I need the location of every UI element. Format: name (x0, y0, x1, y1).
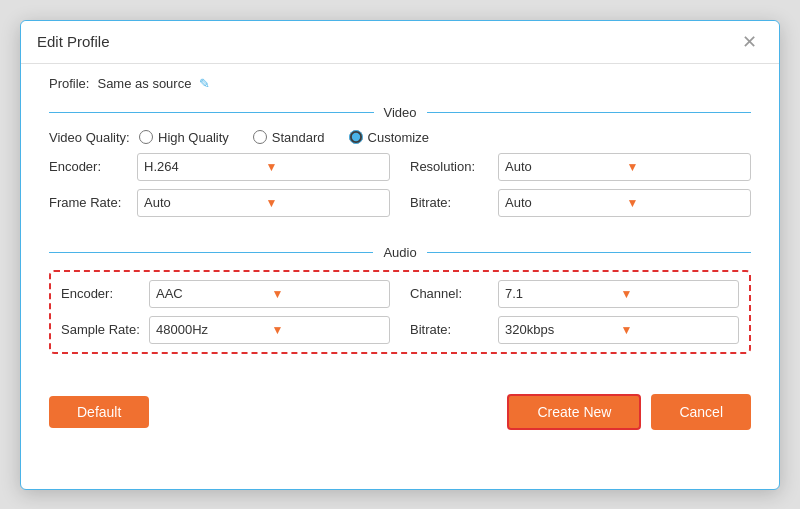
audio-encoder-label: Encoder: (61, 286, 141, 301)
audio-bitrate-value: 320kbps (505, 322, 617, 337)
customize-radio[interactable] (349, 130, 363, 144)
sample-rate-arrow-icon: ▼ (272, 323, 384, 337)
edit-profile-dialog: Edit Profile ✕ Profile: Same as source ✎… (20, 20, 780, 490)
audio-bitrate-label: Bitrate: (410, 322, 490, 337)
audio-bitrate-select[interactable]: 320kbps ▼ (498, 316, 739, 344)
dialog-body: Profile: Same as source ✎ Video Video Qu… (21, 64, 779, 386)
video-bitrate-select[interactable]: Auto ▼ (498, 189, 751, 217)
frame-rate-arrow-icon: ▼ (266, 196, 384, 210)
sample-rate-value: 48000Hz (156, 322, 268, 337)
audio-encoder-select[interactable]: AAC ▼ (149, 280, 390, 308)
video-section-line-left (49, 112, 374, 113)
high-quality-radio[interactable] (139, 130, 153, 144)
dialog-title: Edit Profile (37, 33, 110, 50)
audio-bitrate-arrow-icon: ▼ (621, 323, 733, 337)
title-bar: Edit Profile ✕ (21, 21, 779, 64)
profile-row: Profile: Same as source ✎ (49, 76, 751, 91)
high-quality-label: High Quality (158, 130, 229, 145)
cancel-button[interactable]: Cancel (651, 394, 751, 430)
sample-rate-label: Sample Rate: (61, 322, 141, 337)
frame-rate-label: Frame Rate: (49, 195, 129, 210)
channel-value: 7.1 (505, 286, 617, 301)
audio-encoder-arrow-icon: ▼ (272, 287, 384, 301)
audio-section-outer: Audio Encoder: AAC ▼ Channel: (49, 245, 751, 354)
encoder-arrow-icon: ▼ (266, 160, 384, 174)
resolution-arrow-icon: ▼ (627, 160, 745, 174)
audio-section-header: Audio (49, 245, 751, 260)
encoder-row: Encoder: H.264 ▼ (49, 153, 390, 181)
audio-section-line-right (427, 252, 751, 253)
frame-rate-value: Auto (144, 195, 262, 210)
video-bitrate-value: Auto (505, 195, 623, 210)
sample-rate-row: Sample Rate: 48000Hz ▼ (61, 316, 390, 344)
footer-right: Create New Cancel (507, 394, 751, 430)
channel-select[interactable]: 7.1 ▼ (498, 280, 739, 308)
standard-label: Standard (272, 130, 325, 145)
video-bitrate-label: Bitrate: (410, 195, 490, 210)
video-section-line-right (427, 112, 752, 113)
audio-encoder-value: AAC (156, 286, 268, 301)
profile-value: Same as source (97, 76, 191, 91)
high-quality-option[interactable]: High Quality (139, 130, 229, 145)
footer: Default Create New Cancel (21, 386, 779, 444)
video-section-header: Video (49, 105, 751, 120)
standard-radio[interactable] (253, 130, 267, 144)
standard-option[interactable]: Standard (253, 130, 325, 145)
video-quality-label: Video Quality: (49, 130, 139, 145)
resolution-value: Auto (505, 159, 623, 174)
video-bitrate-row: Bitrate: Auto ▼ (410, 189, 751, 217)
video-quality-options: High Quality Standard Customize (139, 130, 429, 145)
frame-rate-select[interactable]: Auto ▼ (137, 189, 390, 217)
profile-label: Profile: (49, 76, 89, 91)
frame-rate-row: Frame Rate: Auto ▼ (49, 189, 390, 217)
channel-arrow-icon: ▼ (621, 287, 733, 301)
default-button[interactable]: Default (49, 396, 149, 428)
create-new-button[interactable]: Create New (507, 394, 641, 430)
video-quality-row: Video Quality: High Quality Standard Cus… (49, 130, 751, 145)
customize-label: Customize (368, 130, 429, 145)
edit-icon[interactable]: ✎ (199, 76, 210, 91)
video-section-title: Video (374, 105, 427, 120)
close-button[interactable]: ✕ (736, 31, 763, 53)
sample-rate-select[interactable]: 48000Hz ▼ (149, 316, 390, 344)
encoder-select[interactable]: H.264 ▼ (137, 153, 390, 181)
channel-label: Channel: (410, 286, 490, 301)
video-section: Video Video Quality: High Quality Standa… (49, 105, 751, 217)
customize-option[interactable]: Customize (349, 130, 429, 145)
resolution-label: Resolution: (410, 159, 490, 174)
encoder-label: Encoder: (49, 159, 129, 174)
audio-bitrate-row: Bitrate: 320kbps ▼ (410, 316, 739, 344)
encoder-value: H.264 (144, 159, 262, 174)
audio-encoder-row: Encoder: AAC ▼ (61, 280, 390, 308)
audio-section-title: Audio (373, 245, 426, 260)
video-bitrate-arrow-icon: ▼ (627, 196, 745, 210)
resolution-row: Resolution: Auto ▼ (410, 153, 751, 181)
resolution-select[interactable]: Auto ▼ (498, 153, 751, 181)
channel-row: Channel: 7.1 ▼ (410, 280, 739, 308)
audio-section-line-left (49, 252, 373, 253)
audio-section-highlighted: Encoder: AAC ▼ Channel: 7.1 ▼ (49, 270, 751, 354)
